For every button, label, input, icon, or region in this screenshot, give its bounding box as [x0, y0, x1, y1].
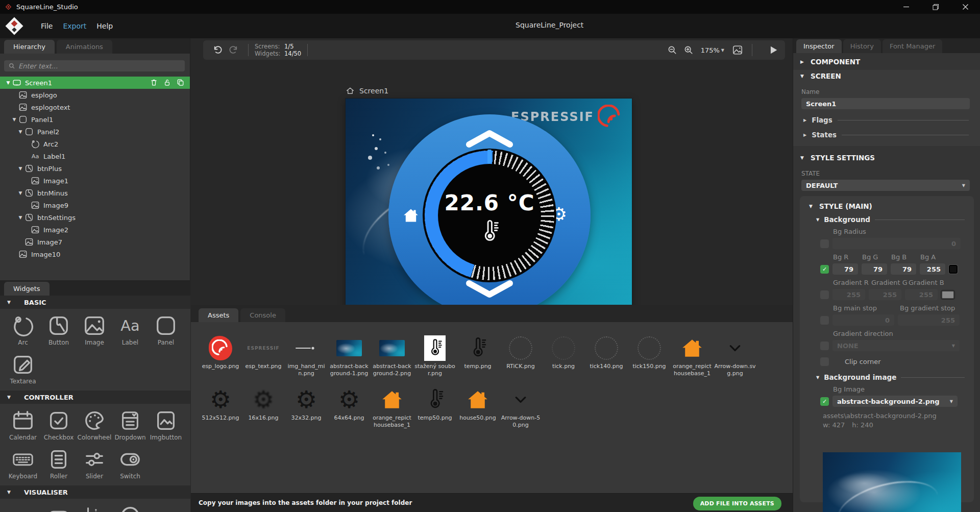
widget-label[interactable]: Label	[112, 312, 148, 351]
widget-roller[interactable]: Roller	[41, 446, 77, 484]
asset-stazeny-soubor[interactable]: stažený soubor.png	[413, 333, 456, 378]
asset-orange-house[interactable]: orange_repict housebase_1	[671, 333, 714, 378]
zoom-out-icon[interactable]	[667, 44, 678, 56]
add-file-into-assets-button[interactable]: ADD FILE INTO ASSETS	[693, 497, 781, 510]
style-main-header[interactable]: ▼ STYLE (MAIN)	[807, 201, 967, 210]
designed-screen[interactable]: ESPRESSIF ⚙ 22.6 °C	[346, 99, 632, 312]
tab-history[interactable]: History	[843, 39, 881, 53]
close-button[interactable]	[950, 0, 980, 14]
bg-gradient-stop-input[interactable]: 255	[898, 314, 960, 326]
widget-button[interactable]: Button	[41, 312, 77, 351]
widget-arc[interactable]: Arc	[5, 312, 41, 351]
tree-item-screen1[interactable]: ▼ Screen1	[0, 77, 190, 89]
widget-keyboard[interactable]: Keyboard	[5, 446, 41, 484]
asset-orange-house-2[interactable]: orange_repict housebase_1	[371, 385, 413, 429]
tab-font-manager[interactable]: Font Manager	[883, 39, 942, 53]
asset-img-hand[interactable]: img_hand_min.png	[285, 333, 328, 378]
clip-corner-checkbox[interactable]	[820, 357, 829, 366]
screen-name-input[interactable]: Screen1	[801, 98, 970, 109]
redo-icon[interactable]	[228, 44, 239, 56]
zoom-in-icon[interactable]	[683, 44, 694, 56]
widget-imgbutton[interactable]: Imgbutton	[148, 407, 184, 446]
gradient-direction-checkbox[interactable]	[820, 342, 829, 350]
widget-chart[interactable]	[77, 502, 112, 512]
style-settings-header[interactable]: ▼ STYLE SETTINGS	[793, 149, 980, 166]
gradient-g-input[interactable]: 255	[869, 289, 901, 300]
asset-512x512[interactable]: ⚙ 512x512.png	[199, 385, 242, 429]
zoom-level-dropdown[interactable]: 175%	[701, 46, 720, 54]
asset-64x64[interactable]: ⚙ 64x64.png	[328, 385, 371, 429]
asset-tick140[interactable]: tick140.png	[585, 333, 628, 378]
bg-b-input[interactable]: 79	[891, 263, 916, 275]
asset-temp50[interactable]: temp50.png	[413, 385, 456, 429]
background-group-header[interactable]: ▼ Background	[816, 215, 967, 224]
tab-assets[interactable]: Assets	[199, 308, 238, 322]
bg-g-input[interactable]: 79	[862, 263, 887, 275]
tree-item-image7[interactable]: Image7	[0, 236, 190, 248]
canvas-screen-label[interactable]: Screen1	[346, 86, 388, 95]
copy-icon[interactable]	[176, 78, 185, 87]
states-section[interactable]: ▶ States	[803, 131, 980, 139]
expand-arrow-icon[interactable]: ▼	[4, 80, 12, 85]
maximize-button[interactable]	[921, 0, 950, 14]
section-basic[interactable]: ▼ BASIC	[0, 296, 190, 309]
widget-switch[interactable]: Switch	[112, 446, 148, 484]
background-image-group-header[interactable]: ▼ Background image	[816, 373, 967, 381]
asset-32x32[interactable]: ⚙ 32x32.png	[285, 385, 328, 429]
tree-item-arc2[interactable]: Arc2	[0, 138, 190, 150]
widget-panel[interactable]: Panel	[148, 312, 184, 351]
widget-calendar[interactable]: Calendar	[5, 407, 41, 446]
expand-arrow-icon[interactable]: ▼	[16, 215, 24, 220]
asset-house50[interactable]: house50.png	[456, 385, 499, 429]
tab-widgets[interactable]: Widgets	[4, 282, 50, 296]
tree-item-panel2[interactable]: ▼ Panel2	[0, 126, 190, 138]
asset-esp-logo[interactable]: esp_logo.png	[199, 333, 242, 378]
asset-tick[interactable]: tick.png	[542, 333, 585, 378]
bg-image-checkbox[interactable]: ✓	[820, 397, 829, 406]
gradient-direction-dropdown[interactable]: NONE ▼	[832, 340, 960, 351]
widget-image[interactable]: Image	[77, 312, 112, 351]
section-controller[interactable]: ▼ CONTROLLER	[0, 391, 190, 404]
zoom-caret-icon[interactable]: ▼	[721, 48, 724, 53]
flags-section[interactable]: ▶ Flags	[803, 116, 980, 124]
gradient-color-checkbox[interactable]	[820, 290, 829, 299]
bg-main-stop-input[interactable]: 0	[832, 314, 894, 326]
gradient-color-swatch[interactable]	[941, 290, 954, 299]
asset-16x16[interactable]: ⚙ 16x16.png	[242, 385, 285, 429]
bg-a-input[interactable]: 255	[920, 263, 945, 275]
asset-abstract-bg-2[interactable]: abstract-background-2.png	[371, 333, 413, 378]
tree-item-image10[interactable]: Image10	[0, 248, 190, 260]
minimize-button[interactable]	[891, 0, 921, 14]
tab-animations[interactable]: Animations	[57, 40, 112, 54]
asset-arrow-down-50[interactable]: Arrow-down-50.png	[499, 385, 542, 429]
gradient-b-input[interactable]: 255	[905, 289, 938, 300]
expand-arrow-icon[interactable]: ▼	[10, 117, 18, 122]
state-dropdown[interactable]: DEFAULT ▼	[801, 180, 970, 191]
bg-radius-input[interactable]: 0	[832, 238, 961, 249]
tree-item-image9[interactable]: Image9	[0, 199, 190, 211]
tree-item-image1[interactable]: Image1	[0, 175, 190, 187]
asset-arrow-down-svg[interactable]: Arrow-down.svg.png	[714, 333, 756, 378]
tree-item-esplogotext[interactable]: esplogotext	[0, 101, 190, 113]
widget-checkbox[interactable]: Checkbox	[41, 407, 77, 446]
widget-slider[interactable]: Slider	[77, 446, 112, 484]
tree-item-label1[interactable]: Label1	[0, 150, 190, 162]
tab-hierarchy[interactable]: Hierarchy	[4, 40, 55, 54]
gradient-r-input[interactable]: 255	[832, 289, 865, 300]
component-section-header[interactable]: ▶ COMPONENT	[793, 53, 980, 70]
widget-textarea[interactable]: Textarea	[5, 351, 41, 389]
play-button[interactable]	[768, 44, 779, 56]
asset-rtick[interactable]: RTiCK.png	[499, 333, 542, 378]
screen-section-header[interactable]: ▼ SCREEN	[793, 70, 980, 84]
widget-bar[interactable]	[41, 502, 77, 512]
tree-item-btnsettings[interactable]: ▼ btnSettings	[0, 211, 190, 224]
tree-item-btnplus[interactable]: ▼ btnPlus	[0, 162, 190, 175]
widget-dropdown[interactable]: Dropdown	[112, 407, 148, 446]
bg-r-input[interactable]: 79	[832, 263, 858, 275]
expand-arrow-icon[interactable]: ▼	[16, 166, 24, 171]
widget-colorwheel[interactable]: Colorwheel	[77, 407, 112, 446]
fit-image-icon[interactable]	[732, 44, 743, 56]
menu-file[interactable]: File	[36, 19, 58, 33]
tree-item-btnminus[interactable]: ▼ btnMinus	[0, 187, 190, 199]
lock-icon[interactable]	[163, 78, 172, 87]
